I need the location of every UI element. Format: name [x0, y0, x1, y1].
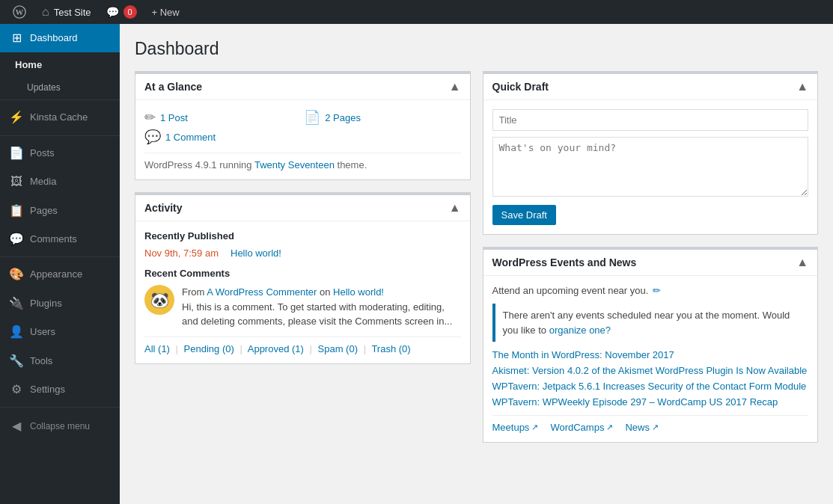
sidebar-item-home[interactable]: Home [0, 52, 120, 78]
news-footer: Meetups ↗ WordCamps ↗ News ↗ [492, 415, 809, 433]
footer-all-link[interactable]: All (1) [144, 343, 170, 354]
sidebar-item-updates[interactable]: Updates [0, 79, 120, 97]
at-a-glance-widget: At a Glance ▲ ✏ 1 Post 📄 2 Pages [135, 71, 471, 180]
sidebar-item-media[interactable]: 🖼 Media [0, 168, 120, 196]
comment-icon: 💬 [106, 6, 119, 18]
dashboard-icon: ⊞ [9, 30, 24, 46]
posts-icon: 📄 [9, 145, 24, 162]
comment-post-link[interactable]: Hello world! [333, 286, 384, 298]
footer-spam-link[interactable]: Spam (0) [318, 343, 358, 354]
events-news-title: WordPress Events and News [492, 256, 637, 268]
main-content: Dashboard At a Glance ▲ ✏ 1 Post [120, 24, 833, 504]
at-a-glance-title: At a Glance [144, 81, 202, 93]
sidebar-item-posts[interactable]: 📄 Posts [0, 139, 120, 168]
commenter-link[interactable]: A WordPress Commenter [207, 286, 317, 298]
footer-approved-link[interactable]: Approved (1) [248, 343, 304, 354]
sidebar-item-settings[interactable]: ⚙ Settings [0, 375, 120, 404]
collapse-menu-button[interactable]: ◀ Collapse menu [0, 411, 120, 442]
post-date: Nov 9th, 7:59 am [144, 248, 219, 259]
events-news-widget: WordPress Events and News ▲ Attend an up… [483, 247, 819, 443]
media-icon: 🖼 [9, 173, 24, 190]
comment-count-link[interactable]: 1 Comment [165, 132, 216, 143]
new-content-button[interactable]: + New [146, 0, 186, 24]
quick-draft-title: Quick Draft [492, 81, 549, 93]
comment-count-badge: 0 [123, 5, 137, 19]
footer-pending-link[interactable]: Pending (0) [184, 343, 234, 354]
new-content-label: + New [152, 7, 180, 18]
wp-logo-icon: W [12, 4, 27, 19]
no-events-notice: There aren't any events scheduled near y… [492, 304, 809, 342]
activity-header: Activity ▲ [135, 195, 470, 221]
sidebar-item-tools[interactable]: 🔧 Tools [0, 347, 120, 375]
meetups-external-icon: ↗ [531, 422, 538, 432]
activity-body: Recently Published Nov 9th, 7:59 am Hell… [135, 221, 470, 363]
sidebar-item-pages[interactable]: 📋 Pages [0, 197, 120, 225]
commenter-avatar: 🐼 [144, 285, 174, 315]
svg-text:W: W [16, 7, 24, 16]
admin-sidebar: ⊞ Dashboard Home Updates ⚡ Kinsta Cache … [0, 24, 120, 504]
location-edit-icon[interactable]: ✏ [653, 285, 661, 296]
wp-info: WordPress 4.9.1 running Twenty Seventeen… [144, 153, 461, 170]
events-attend-text: Attend an upcoming event near you. ✏ [492, 285, 809, 296]
meetups-link[interactable]: Meetups ↗ [492, 422, 539, 433]
plugins-icon: 🔌 [9, 295, 24, 312]
wordcamps-external-icon: ↗ [606, 422, 613, 432]
settings-icon: ⚙ [9, 381, 24, 398]
page-count-link[interactable]: 2 Pages [325, 112, 361, 123]
quick-draft-toggle[interactable]: ▲ [796, 80, 808, 93]
wordcamps-link[interactable]: WordCamps ↗ [550, 422, 613, 433]
events-news-toggle[interactable]: ▲ [796, 256, 808, 269]
recently-published-label: Recently Published [144, 230, 461, 242]
tools-icon: 🔧 [9, 353, 24, 369]
kinsta-icon: ⚡ [9, 109, 24, 126]
glance-stats: ✏ 1 Post 📄 2 Pages 💬 1 Comment [144, 109, 461, 145]
activity-toggle[interactable]: ▲ [449, 201, 461, 215]
left-column: At a Glance ▲ ✏ 1 Post 📄 2 Pages [135, 71, 471, 443]
comment-item: 🐼 From A WordPress Commenter on Hello wo… [144, 285, 461, 329]
quick-draft-header: Quick Draft ▲ [483, 74, 818, 100]
recent-post-row: Nov 9th, 7:59 am Hello world! [144, 248, 461, 259]
glance-page-stat: 📄 2 Pages [304, 109, 460, 126]
comment-stat-icon: 💬 [144, 129, 161, 145]
site-name-button[interactable]: ⌂ Test Site [36, 0, 97, 24]
sidebar-item-comments[interactable]: 💬 Comments [0, 225, 120, 253]
save-draft-button[interactable]: Save Draft [492, 205, 556, 225]
recent-comments-label: Recent Comments [144, 268, 461, 279]
right-column: Quick Draft ▲ Save Draft WordPress Event… [483, 71, 819, 443]
news-links: The Month in WordPress: November 2017 Ak… [492, 349, 809, 408]
sidebar-item-kinsta[interactable]: ⚡ Kinsta Cache [0, 103, 120, 132]
comment-content: From A WordPress Commenter on Hello worl… [182, 285, 461, 329]
sidebar-item-appearance[interactable]: 🎨 Appearance [0, 260, 120, 289]
comments-button[interactable]: 💬 0 [100, 0, 143, 24]
quick-draft-body: Save Draft [483, 100, 818, 234]
draft-content-input[interactable] [492, 137, 809, 197]
post-title-link[interactable]: Hello world! [231, 248, 281, 259]
admin-bar: W ⌂ Test Site 💬 0 + New [0, 0, 833, 24]
news-link-4[interactable]: WPTavern: WPWeekly Episode 297 – WordCam… [492, 396, 809, 408]
glance-post-stat: ✏ 1 Post [144, 109, 301, 126]
news-footer-link[interactable]: News ↗ [625, 422, 659, 433]
recent-comments-section: Recent Comments 🐼 From A WordPress Comme… [144, 268, 461, 329]
post-stat-icon: ✏ [144, 109, 156, 126]
sidebar-item-users[interactable]: 👤 Users [0, 318, 120, 346]
draft-title-input[interactable] [492, 109, 809, 131]
wp-logo-button[interactable]: W [6, 0, 33, 24]
organize-link[interactable]: organize one? [549, 325, 611, 336]
news-link-1[interactable]: The Month in WordPress: November 2017 [492, 349, 809, 360]
page-title: Dashboard [135, 39, 818, 59]
news-link-2[interactable]: Akismet: Version 4.0.2 of the Akismet Wo… [492, 365, 809, 376]
at-a-glance-toggle[interactable]: ▲ [449, 80, 461, 93]
sidebar-item-dashboard[interactable]: ⊞ Dashboard [0, 24, 120, 52]
news-external-icon: ↗ [652, 422, 659, 432]
at-a-glance-body: ✏ 1 Post 📄 2 Pages 💬 1 Comment [135, 100, 470, 179]
comments-menu-icon: 💬 [9, 231, 24, 248]
dashboard-grid: At a Glance ▲ ✏ 1 Post 📄 2 Pages [135, 71, 818, 443]
site-name-label: Test Site [54, 7, 91, 18]
footer-trash-link[interactable]: Trash (0) [371, 343, 410, 354]
sidebar-item-plugins[interactable]: 🔌 Plugins [0, 289, 120, 318]
theme-link[interactable]: Twenty Seventeen [254, 159, 335, 170]
events-news-body: Attend an upcoming event near you. ✏ The… [483, 276, 818, 442]
news-link-3[interactable]: WPTavern: Jetpack 5.6.1 Increases Securi… [492, 381, 809, 392]
at-a-glance-header: At a Glance ▲ [135, 74, 470, 100]
post-count-link[interactable]: 1 Post [160, 112, 188, 123]
